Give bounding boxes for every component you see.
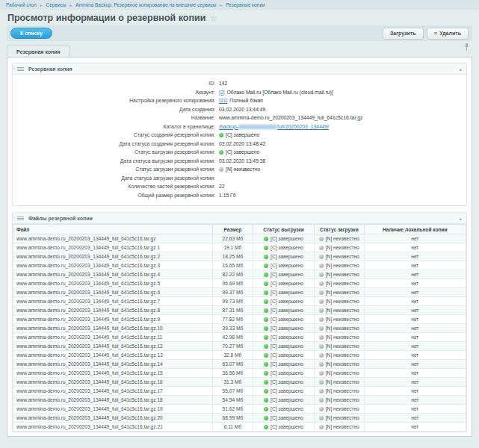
local-copy-cell: нет (364, 369, 466, 378)
storage-dir-link[interactable]: /backup-full/20200203_134449/ (219, 124, 329, 129)
status-green-icon (264, 362, 268, 367)
status-gray-icon (319, 335, 324, 340)
table-row: www.ammina-demo.ru_20200203_134449_full_… (13, 396, 466, 405)
download-status-cell: [N] неизвестно (314, 396, 364, 405)
file-name-cell: www.ammina-demo.ru_20200203_134449_full_… (13, 306, 213, 315)
field-label: Дата статуса создания резервной копии: (13, 141, 219, 146)
status-green-icon (264, 246, 268, 250)
file-name-cell: www.ammina-demo.ru_20200203_134449_full_… (13, 252, 213, 261)
field-label: ID: (13, 81, 219, 86)
local-copy-cell: нет (364, 243, 466, 252)
breadcrumb-desktop[interactable]: Рабочий стол (6, 2, 37, 7)
tab-backup-copy[interactable]: Резервная копия (7, 46, 70, 57)
file-name-cell: www.ammina-demo.ru_20200203_134449_full_… (13, 261, 213, 270)
file-size-cell: 16.65 Мб (212, 261, 253, 270)
file-name-cell: www.ammina-demo.ru_20200203_134449_full_… (13, 270, 213, 279)
column-header-file: Файл (13, 225, 213, 234)
column-header-local-copy: Наличие локальной копии (364, 225, 466, 234)
download-status-cell: [N] неизвестно (314, 234, 364, 243)
download-status-cell: [N] неизвестно (314, 423, 364, 432)
upload-status-cell: [C] завершено (253, 261, 315, 270)
download-status-cell: [N] неизвестно (314, 243, 364, 252)
close-icon: × (434, 31, 438, 37)
status-green-icon (264, 317, 268, 322)
menu-icon[interactable] (17, 217, 24, 220)
menu-icon[interactable] (17, 67, 24, 71)
status-green-icon (264, 273, 268, 277)
backup-info-panel-title: Резервная копия (28, 66, 72, 72)
local-copy-cell: нет (364, 360, 466, 369)
status-gray-icon (319, 290, 324, 295)
files-table: Файл Размер Статус выгрузки Статус загру… (13, 224, 466, 432)
field-label: Дата создания: (13, 107, 219, 112)
field-label: Каталог в хранилище: (13, 124, 219, 129)
status-gray-icon (319, 281, 324, 286)
collapse-icon[interactable]: ▴ (460, 216, 462, 221)
field-download-status: Статус загрузки резервной копии: [N] неи… (13, 165, 466, 174)
table-row: www.ammina-demo.ru_20200203_134449_full_… (13, 360, 466, 369)
upload-status-cell: [C] завершено (253, 315, 315, 324)
favorite-star-icon[interactable]: ☆ (210, 14, 217, 22)
redacted-segment (238, 125, 277, 129)
local-copy-cell: нет (364, 306, 466, 315)
table-row: www.ammina-demo.ru_20200203_134449_full_… (13, 423, 466, 432)
local-copy-cell: нет (364, 279, 466, 288)
files-table-header-row: Файл Размер Статус выгрузки Статус загру… (13, 225, 466, 234)
field-create-status-date: Дата статуса создания резервной копии: 0… (13, 140, 466, 149)
status-gray-icon (319, 255, 324, 259)
status-gray-icon (319, 362, 324, 367)
file-size-cell: 32.8 Мб (212, 351, 253, 360)
breadcrumb-backup-copies[interactable]: Резервные копии (226, 2, 265, 7)
status-gray-icon (319, 344, 324, 349)
file-name-cell: www.ammina-demo.ru_20200203_134449_full_… (13, 396, 213, 405)
tab-strip: Резервная копия (7, 43, 472, 57)
download-status-cell: [N] неизвестно (314, 405, 364, 414)
file-name-cell: www.ammina-demo.ru_20200203_134449_full_… (13, 342, 213, 351)
file-size-cell: 31.3 Мб (212, 378, 253, 387)
files-panel-title: Файлы резервной копии (28, 216, 93, 221)
back-to-list-button[interactable]: К списку (10, 28, 52, 39)
upload-status-cell: [C] завершено (253, 279, 315, 288)
pin-icon[interactable] (464, 40, 469, 54)
breadcrumb-ammina-backup[interactable]: Ammina Backup: Резервное копирование на … (75, 2, 216, 7)
status-green-icon (264, 290, 268, 295)
status-green-icon (264, 326, 268, 331)
upload-status-cell: [C] завершено (253, 243, 315, 252)
download-button[interactable]: Загрузить (383, 28, 424, 40)
field-upload-status: Статус выгрузки резервной копии: [C] зав… (13, 148, 466, 157)
file-size-cell: 51.62 Мб (212, 405, 253, 414)
file-size-cell: 55.07 Мб (212, 387, 253, 396)
upload-status-cell: [C] завершено (253, 333, 315, 342)
table-row: www.ammina-demo.ru_20200203_134449_full_… (13, 261, 466, 270)
download-status-cell: [N] неизвестно (314, 252, 364, 261)
file-size-cell: 63.07 Мб (212, 360, 253, 369)
field-value: [N] неизвестно (219, 167, 260, 172)
file-size-cell: 54.94 Мб (212, 396, 253, 405)
field-label: Дата статуса выгрузки резервной копии: (13, 158, 219, 164)
table-row: www.ammina-demo.ru_20200203_134449_full_… (13, 324, 466, 333)
field-parts-count: Количество частей резервной копии: 22 (13, 182, 466, 191)
account-text: Облако Mail.ru [Облако Mail.ru (cloud.ma… (227, 90, 333, 95)
download-status-cell: [N] неизвестно (314, 270, 364, 279)
download-status-cell: [N] неизвестно (314, 333, 364, 342)
status-green-icon (264, 371, 268, 376)
status-gray-icon (319, 380, 324, 385)
upload-status-cell: [C] завершено (253, 270, 315, 279)
file-name-cell: www.ammina-demo.ru_20200203_134449_full_… (13, 324, 213, 333)
download-button-label: Загрузить (390, 31, 416, 36)
file-size-cell: 19.1 Мб (212, 243, 253, 252)
file-size-cell: 6.11 Мб (212, 423, 253, 432)
setting-link[interactable]: [21] (219, 98, 227, 103)
field-upload-status-date: Дата статуса выгрузки резервной копии: 0… (13, 157, 466, 166)
file-size-cell: 39.33 Мб (212, 324, 253, 333)
status-gray-icon (319, 371, 324, 376)
upload-status-cell: [C] завершено (253, 378, 315, 387)
download-status-cell: [N] неизвестно (314, 342, 364, 351)
breadcrumb-services[interactable]: Сервисы (46, 2, 67, 7)
storage-dir-prefix: /backup- (219, 124, 238, 129)
collapse-icon[interactable]: ▴ (460, 66, 462, 72)
delete-button[interactable]: × Удалить (427, 28, 469, 40)
account-link[interactable]: [2] (219, 90, 225, 95)
backup-info-panel: Резервная копия ▴ ID: 142 Аккаунт: [2] О… (12, 63, 467, 206)
upload-status-cell: [C] завершено (253, 423, 315, 432)
